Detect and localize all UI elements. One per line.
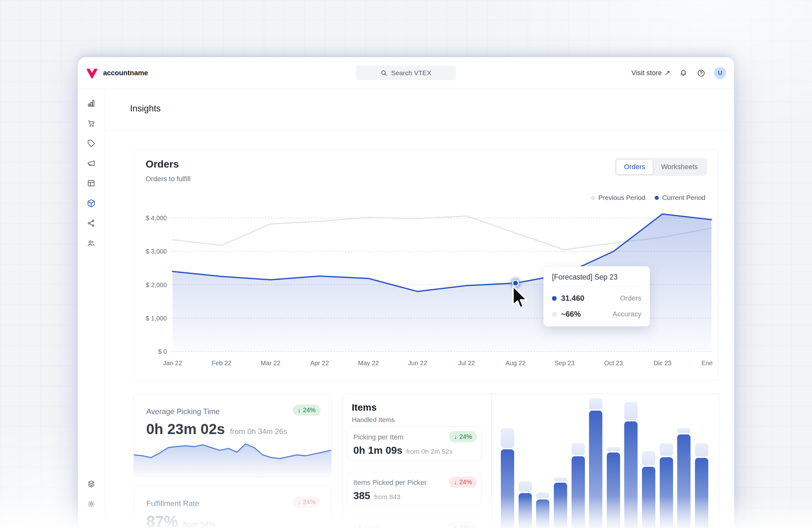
svg-text:$ 0: $ 0 (158, 348, 167, 355)
svg-text:Mar 22: Mar 22 (261, 359, 280, 367)
metric-baseline: from 843 (374, 493, 400, 501)
mouse-cursor (509, 285, 529, 311)
svg-text:Ene 24: Ene 24 (701, 359, 712, 367)
trend-badge: ↓ 24% (449, 431, 477, 442)
sidebar-item-analytics[interactable] (84, 96, 99, 111)
topbar: accountname Search VTEX Visit store ↗ (78, 57, 734, 89)
svg-text:$ 4,000: $ 4,000 (146, 214, 167, 222)
legend-current-dot (655, 196, 659, 200)
kpi-baseline: from 0h 34m 26s (230, 427, 287, 436)
desktop-background: accountname Search VTEX Visit store ↗ (0, 0, 812, 528)
svg-text:Jan 22: Jan 22 (163, 359, 182, 367)
bar-item (607, 394, 620, 528)
metric-card-items-picked-per-picker: Items Picked per Picker ↓ 24% 385 from 8… (347, 472, 481, 506)
svg-text:Feb 22: Feb 22 (212, 359, 231, 367)
search-bar[interactable]: Search VTEX (356, 66, 456, 80)
toggle-orders[interactable]: Orders (616, 159, 653, 174)
shopping-cart-icon (87, 119, 96, 128)
svg-text:Oct 23: Oct 23 (604, 359, 623, 367)
sidebar-item-orders[interactable] (84, 115, 99, 131)
vtex-logo[interactable] (86, 67, 98, 79)
bar-item (589, 394, 602, 528)
arrow-down-icon: ↓ (454, 479, 457, 486)
forecast-tooltip: [Forecasted] Sep 23 31.460 Orders ~66% A… (543, 266, 650, 327)
help-button[interactable] (696, 68, 706, 78)
share-icon (87, 219, 96, 228)
bar-item (642, 394, 655, 528)
arrow-up-right-icon: ↗ (452, 524, 457, 528)
megaphone-icon (87, 159, 96, 168)
chart-legend: Previous Period Current Period (591, 194, 706, 201)
vertical-divider (491, 394, 492, 528)
trend-badge: ↓ 24% (293, 404, 320, 416)
tag-icon (87, 139, 96, 147)
svg-text:Jul 22: Jul 22 (458, 359, 475, 367)
orders-card: Orders Orders to fulfill Orders Workshee… (133, 149, 719, 381)
svg-text:Jun 22: Jun 22 (408, 359, 427, 367)
orders-worksheets-toggle: Orders Worksheets (615, 158, 707, 176)
sidebar-item-shipping[interactable] (84, 196, 99, 211)
tooltip-accuracy-dot (552, 312, 557, 317)
arrow-down-icon: ↓ (298, 406, 301, 414)
bar-chart-icon (87, 99, 96, 108)
items-bar-chart[interactable] (495, 394, 720, 528)
kpi-baseline: from 94% (183, 520, 216, 528)
bar-item (519, 394, 532, 528)
user-avatar[interactable]: U (714, 67, 726, 79)
bar-item (536, 394, 549, 528)
svg-text:Apr 22: Apr 22 (310, 359, 329, 367)
topbar-actions: Visit store ↗ U (631, 57, 726, 89)
users-icon (87, 239, 96, 247)
svg-text:Dic 23: Dic 23 (653, 359, 671, 367)
svg-text:$ 2,000: $ 2,000 (146, 282, 167, 288)
notifications-button[interactable] (679, 68, 688, 78)
bar-item (501, 394, 514, 528)
orders-subtitle: Orders to fulfill (146, 175, 191, 183)
bar-item (677, 394, 691, 528)
legend-current-period[interactable]: Current Period (655, 194, 706, 201)
external-link-icon: ↗ (665, 69, 670, 77)
metric-value: 385 (353, 490, 370, 502)
kpi-value-row: 0h 23m 02s from 0h 34m 26s (146, 420, 287, 438)
trend-badge: ↓ 24% (293, 497, 320, 508)
question-icon (697, 69, 706, 77)
sidebar-item-apps[interactable] (84, 476, 99, 491)
svg-text:$ 1,000: $ 1,000 (146, 315, 167, 322)
orders-title: Orders (146, 158, 179, 170)
sidebar-item-integrations[interactable] (84, 215, 99, 231)
sidebar (78, 89, 105, 528)
arrow-down-icon: ↓ (454, 433, 457, 440)
kpi-card-fulfillment-rate: Fulfillment Rate ↓ 24% 87% from 94% (133, 485, 332, 528)
sidebar-item-marketing[interactable] (84, 156, 99, 171)
svg-text:$ 3,000: $ 3,000 (146, 248, 167, 255)
bar-item (554, 394, 567, 528)
page-title: Insights (130, 103, 161, 114)
sidebar-item-settings[interactable] (84, 496, 99, 512)
layers-icon (87, 480, 96, 488)
metric-card-fill-rate: Fill Rate ↗ 24% (347, 517, 481, 528)
bar-item (660, 394, 673, 528)
layout-icon (87, 179, 96, 187)
page-header: Insights (105, 89, 734, 131)
legend-previous-period[interactable]: Previous Period (591, 194, 645, 201)
sidebar-item-promotions[interactable] (84, 135, 99, 151)
kpi-value-row: 87% from 94% (146, 512, 216, 528)
svg-text:Aug 22: Aug 22 (505, 359, 525, 367)
tooltip-orders-dot (552, 296, 557, 301)
trend-badge: ↓ 24% (449, 476, 477, 488)
legend-previous-dot (591, 196, 595, 200)
kpi-title: Average Picking Time (146, 407, 220, 416)
tooltip-title: [Forecasted] Sep 23 (552, 273, 641, 287)
kpi-value: 0h 23m 02s (146, 420, 225, 438)
metric-value: 0h 1m 09s (353, 444, 403, 456)
kpi-value: 87% (146, 512, 178, 528)
visit-store-link[interactable]: Visit store ↗ (631, 69, 670, 77)
items-title: Items (352, 402, 377, 413)
toggle-worksheets[interactable]: Worksheets (653, 159, 706, 174)
sidebar-item-storefront[interactable] (84, 175, 99, 191)
bar-item (571, 394, 585, 528)
cube-icon (87, 199, 96, 208)
account-name: accountname (103, 57, 148, 89)
sidebar-item-users[interactable] (84, 236, 99, 251)
items-card: Items Handled Items Picking per Item ↓ 2… (343, 394, 720, 528)
